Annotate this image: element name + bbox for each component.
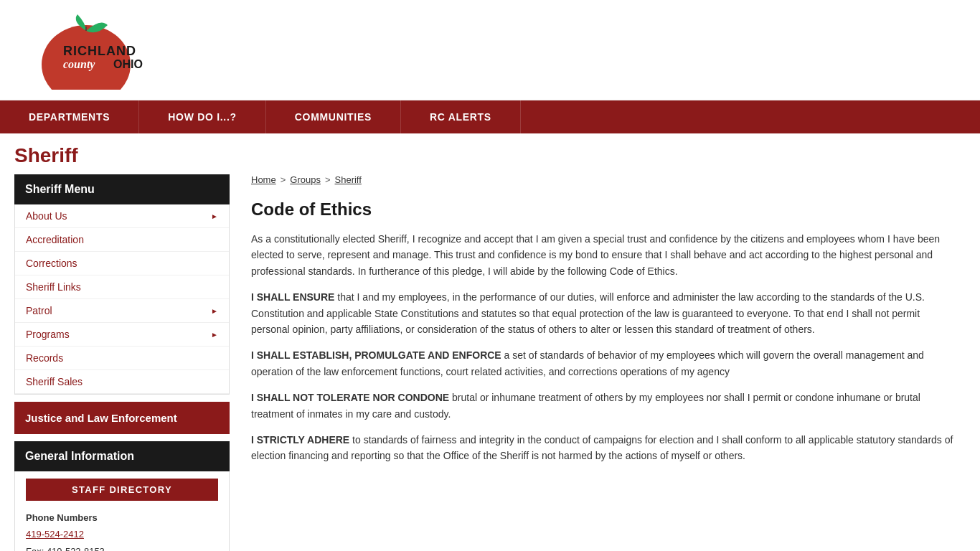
arrow-about-us: ►	[211, 212, 218, 220]
phone-main[interactable]: 419-524-2412	[26, 529, 84, 540]
content-title: Code of Ethics	[251, 199, 958, 220]
svg-text:OHIO: OHIO	[113, 58, 143, 70]
arrow-patrol: ►	[211, 307, 218, 315]
sidebar-menu: About Us ► Accreditation Corrections She…	[14, 204, 230, 395]
phone-section: Phone Numbers 419-524-2412 Fax: 419-522-…	[26, 509, 218, 551]
sidebar-bottom: STAFF DIRECTORY Phone Numbers 419-524-24…	[14, 471, 230, 551]
staff-directory-button[interactable]: STAFF DIRECTORY	[26, 479, 218, 501]
nav-rc-alerts[interactable]: RC ALERTS	[401, 100, 521, 133]
sidebar-label-about-us: About Us	[26, 210, 67, 222]
breadcrumb: Home > Groups > Sheriff	[251, 174, 958, 185]
navbar: DEPARTMENTS HOW DO I...? COMMUNITIES RC …	[0, 100, 980, 133]
sidebar-item-sheriff-sales[interactable]: Sheriff Sales	[15, 370, 229, 394]
sidebar-label-programs: Programs	[26, 329, 70, 340]
breadcrumb-current[interactable]: Sheriff	[335, 174, 362, 185]
phone-fax: Fax: 419-522-8153	[26, 546, 105, 551]
arrow-programs: ►	[211, 331, 218, 339]
svg-text:county: county	[63, 58, 95, 71]
sidebar-label-sheriff-links: Sheriff Links	[26, 281, 81, 293]
paragraph-intro: As a constitutionally elected Sheriff, I…	[251, 231, 958, 279]
nav-departments[interactable]: DEPARTMENTS	[0, 100, 139, 133]
sidebar-item-sheriff-links[interactable]: Sheriff Links	[15, 276, 229, 299]
bold-adhere: I STRICTLY ADHERE	[251, 434, 349, 446]
text-ensure: that I and my employees, in the performa…	[251, 291, 925, 335]
breadcrumb-sep2: >	[325, 174, 331, 185]
breadcrumb-groups[interactable]: Groups	[290, 174, 321, 185]
sidebar-label-patrol: Patrol	[26, 305, 52, 316]
content-area: Home > Groups > Sheriff Code of Ethics A…	[244, 174, 966, 551]
sidebar-general-section: General Information	[14, 441, 230, 471]
header: RICHLAND county OHIO	[0, 0, 980, 100]
sidebar-item-corrections[interactable]: Corrections	[15, 252, 229, 276]
nav-communities[interactable]: COMMUNITIES	[266, 100, 401, 133]
sidebar-item-records[interactable]: Records	[15, 347, 229, 370]
sidebar-justice-section[interactable]: Justice and Law Enforcement	[14, 402, 230, 434]
sidebar: Sheriff Menu About Us ► Accreditation Co…	[14, 174, 230, 551]
sidebar-label-corrections: Corrections	[26, 258, 77, 269]
logo-area: RICHLAND county OHIO	[14, 11, 158, 90]
page-title: Sheriff	[14, 133, 966, 174]
nav-how-do-i[interactable]: HOW DO I...?	[139, 100, 266, 133]
logo-image: RICHLAND county OHIO	[14, 11, 158, 90]
svg-text:RICHLAND: RICHLAND	[63, 44, 136, 58]
sidebar-menu-title: Sheriff Menu	[14, 174, 230, 204]
breadcrumb-home[interactable]: Home	[251, 174, 276, 185]
sidebar-label-sheriff-sales: Sheriff Sales	[26, 376, 83, 387]
bold-ensure: I SHALL ENSURE	[251, 291, 334, 303]
phone-label: Phone Numbers	[26, 509, 218, 526]
sidebar-item-accreditation[interactable]: Accreditation	[15, 228, 229, 252]
text-adhere: to standards of fairness and integrity i…	[251, 434, 953, 461]
sidebar-item-about-us[interactable]: About Us ►	[15, 204, 229, 228]
sidebar-label-records: Records	[26, 352, 63, 364]
paragraph-ensure: I SHALL ENSURE that I and my employees, …	[251, 289, 958, 337]
bold-establish: I SHALL ESTABLISH, PROMULGATE AND ENFORC…	[251, 349, 501, 361]
paragraph-tolerate: I SHALL NOT TOLERATE NOR CONDONE brutal …	[251, 390, 958, 422]
paragraph-adhere: I STRICTLY ADHERE to standards of fairne…	[251, 432, 958, 464]
paragraph-establish: I SHALL ESTABLISH, PROMULGATE AND ENFORC…	[251, 347, 958, 380]
breadcrumb-sep1: >	[281, 174, 286, 185]
sidebar-label-accreditation: Accreditation	[26, 234, 84, 245]
content-body: As a constitutionally elected Sheriff, I…	[251, 231, 958, 464]
sidebar-item-programs[interactable]: Programs ►	[15, 323, 229, 347]
page-container: Sheriff Sheriff Menu About Us ► Accredit…	[0, 133, 980, 551]
bold-tolerate: I SHALL NOT TOLERATE NOR CONDONE	[251, 392, 449, 403]
sidebar-item-patrol[interactable]: Patrol ►	[15, 299, 229, 323]
main-layout: Sheriff Menu About Us ► Accreditation Co…	[14, 174, 966, 551]
